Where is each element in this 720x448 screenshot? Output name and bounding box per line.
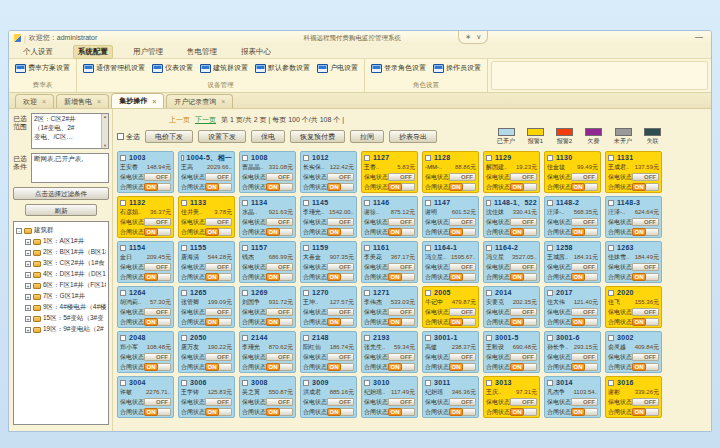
power-protect-status[interactable]: OFF bbox=[510, 398, 537, 406]
power-protect-status[interactable]: OFF bbox=[388, 398, 415, 406]
card-checkbox[interactable] bbox=[181, 245, 187, 251]
meter-card[interactable]: 3013 王庆.. 97.31元 保电状态 OFF 合闸状态 bbox=[483, 376, 540, 418]
meter-card[interactable]: 1145 李瑾光.. 1542.00.. 保电状态 OFF bbox=[300, 196, 357, 238]
scroll-down-icon[interactable] bbox=[103, 143, 107, 148]
card-checkbox[interactable] bbox=[608, 335, 614, 341]
power-protect-status[interactable]: OFF bbox=[632, 263, 659, 271]
switch-state-status[interactable]: ON bbox=[327, 228, 341, 236]
meter-card[interactable]: 1164-1 冯立星.. 1595.67.. 保电状态 OFF bbox=[422, 241, 479, 283]
collapse-icon[interactable] bbox=[16, 228, 22, 234]
document-tab[interactable]: 新增售电 bbox=[56, 94, 109, 108]
refresh-button[interactable]: 刷新 bbox=[25, 204, 97, 216]
meter-card[interactable]: 3002 俞灵越 409.84元 保电状态 OFF 合闸状态 bbox=[605, 331, 662, 373]
power-protect-status[interactable]: OFF bbox=[205, 353, 232, 361]
card-checkbox[interactable] bbox=[608, 245, 614, 251]
card-checkbox[interactable] bbox=[364, 245, 370, 251]
card-checkbox[interactable] bbox=[425, 155, 431, 161]
switch-state-status[interactable]: ON bbox=[571, 228, 585, 236]
tree-item[interactable]: 6区：F区1#井（F区1# bbox=[16, 280, 106, 291]
power-protect-status[interactable]: OFF bbox=[388, 173, 415, 181]
switch-state-status[interactable]: ON bbox=[449, 363, 463, 371]
card-checkbox[interactable] bbox=[608, 155, 614, 161]
switch-state-status[interactable]: ON bbox=[388, 363, 402, 371]
switch-state-status[interactable]: ON bbox=[571, 273, 585, 281]
card-checkbox[interactable] bbox=[181, 380, 187, 386]
power-protect-status[interactable]: OFF bbox=[571, 398, 598, 406]
ribbon-button[interactable]: 费率方案设置 bbox=[13, 62, 72, 74]
card-checkbox[interactable] bbox=[120, 290, 126, 296]
card-checkbox[interactable] bbox=[303, 200, 309, 206]
card-checkbox[interactable] bbox=[547, 200, 553, 206]
power-protect-status[interactable]: OFF bbox=[388, 263, 415, 271]
expand-icon[interactable] bbox=[25, 294, 31, 300]
document-tab[interactable]: 集抄操作 bbox=[111, 93, 164, 108]
expand-icon[interactable] bbox=[25, 305, 31, 311]
meter-card[interactable]: 1159 大喜金 907.35元 保电状态 OFF 合闸状态 bbox=[300, 241, 357, 283]
tree-item[interactable]: 2区：B区1#井（B区1# bbox=[16, 247, 106, 258]
card-checkbox[interactable] bbox=[120, 200, 126, 206]
ribbon-button[interactable]: 户电设置 bbox=[315, 62, 360, 74]
meter-card[interactable]: 2017 佳大伟 121.40元 保电状态 OFF 合闸状态 bbox=[544, 286, 601, 328]
meter-card[interactable]: 2193 张先生.. 59.34元 保电状态 OFF 合闸状 bbox=[361, 331, 418, 373]
expand-icon[interactable] bbox=[25, 239, 31, 245]
card-checkbox[interactable] bbox=[181, 335, 187, 341]
selected-range-listbox[interactable]: 2区：C区2#井 （1#变电、2# 变电、/C区… bbox=[31, 113, 109, 149]
card-checkbox[interactable] bbox=[547, 290, 553, 296]
power-protect-status[interactable]: OFF bbox=[632, 218, 659, 226]
meter-card[interactable]: 2144 李瑾光 870.62元 保电状态 OFF 合闸状态 bbox=[239, 331, 296, 373]
next-page-link[interactable]: 下一页 bbox=[195, 115, 216, 125]
switch-state-status[interactable]: ON bbox=[510, 228, 524, 236]
power-protect-status[interactable]: OFF bbox=[449, 173, 476, 181]
meter-card[interactable]: 1008 曹晶晶.. 331.08元 保电状态 OFF 合闸 bbox=[239, 151, 296, 193]
power-protect-status[interactable]: OFF bbox=[510, 308, 537, 316]
switch-state-status[interactable]: ON bbox=[205, 183, 219, 191]
switch-state-status[interactable]: ON bbox=[388, 228, 402, 236]
meter-card[interactable]: 1161 李美花 367.17元 保电状态 OFF 合闸状态 bbox=[361, 241, 418, 283]
switch-state-status[interactable]: ON bbox=[510, 183, 524, 191]
meter-card[interactable]: 3006 王学铸 125.83元 保电状态 OFF 合闸状态 bbox=[178, 376, 235, 418]
card-checkbox[interactable] bbox=[120, 155, 126, 161]
meter-card[interactable]: 1012 长实保.. 122.42元 保电状态 OFF 合闸 bbox=[300, 151, 357, 193]
power-protect-status[interactable]: OFF bbox=[510, 173, 537, 181]
ribbon-button[interactable]: 默认参数设置 bbox=[253, 62, 312, 74]
switch-state-status[interactable]: ON bbox=[571, 318, 585, 326]
meter-card[interactable]: 1263 佳妹雪.. 184.49元 保电状态 OFF 合闸 bbox=[605, 241, 662, 283]
tree-item[interactable]: 19区：9#变电站（2# bbox=[16, 324, 106, 335]
power-protect-status[interactable]: OFF bbox=[205, 308, 232, 316]
meter-card[interactable]: 1133 佳井美.. 3.78元 保电状态 OFF 合闸状态 bbox=[178, 196, 235, 238]
card-checkbox[interactable] bbox=[486, 290, 492, 296]
switch-state-status[interactable]: ON bbox=[510, 408, 524, 416]
switch-state-status[interactable]: ON bbox=[205, 363, 219, 371]
card-checkbox[interactable] bbox=[486, 200, 491, 206]
meter-card[interactable]: 1269 刘国争 931.72元 保电状态 OFF 合闸状态 bbox=[239, 286, 296, 328]
card-checkbox[interactable] bbox=[364, 200, 370, 206]
ribbon-button[interactable]: 登录角色设置 bbox=[369, 62, 428, 74]
power-protect-status[interactable]: OFF bbox=[632, 173, 659, 181]
card-checkbox[interactable] bbox=[242, 155, 248, 161]
card-checkbox[interactable] bbox=[303, 335, 309, 341]
meter-card[interactable]: 1148-1、522 沈佳妹 330.41元 保电状态 OFF bbox=[483, 196, 540, 238]
close-icon[interactable] bbox=[221, 98, 225, 105]
choose-filter-button[interactable]: 点击选择过滤条件 bbox=[13, 187, 109, 200]
power-protect-status[interactable]: OFF bbox=[266, 218, 293, 226]
ribbon-button[interactable]: 建筑群设置 bbox=[198, 62, 250, 74]
card-checkbox[interactable] bbox=[181, 200, 187, 206]
card-checkbox[interactable] bbox=[242, 290, 248, 296]
tree-root[interactable]: 建筑群 bbox=[16, 225, 106, 236]
meter-card[interactable]: 1004-5、相一 王高 2029.66.. 保电状态 OFF bbox=[178, 151, 235, 193]
power-protect-status[interactable]: OFF bbox=[144, 353, 171, 361]
power-protect-status[interactable]: OFF bbox=[144, 173, 171, 181]
card-checkbox[interactable] bbox=[303, 245, 309, 251]
meter-card[interactable]: 2005 牛记中 479.87元 保电状态 OFF 合闸状态 bbox=[422, 286, 479, 328]
switch-state-status[interactable]: ON bbox=[266, 318, 280, 326]
menu-item[interactable]: 个人设置 bbox=[19, 46, 57, 58]
card-checkbox[interactable] bbox=[364, 335, 370, 341]
switch-state-status[interactable]: ON bbox=[449, 273, 463, 281]
document-tab[interactable]: 开户记录查询 bbox=[166, 94, 233, 108]
card-checkbox[interactable] bbox=[364, 290, 370, 296]
tree-item[interactable]: 3区：C区2#井（1#食 bbox=[16, 258, 106, 269]
power-protect-status[interactable]: OFF bbox=[449, 353, 476, 361]
action-button[interactable]: 设置下发 bbox=[198, 130, 246, 143]
switch-state-status[interactable]: ON bbox=[144, 408, 158, 416]
card-checkbox[interactable] bbox=[120, 245, 126, 251]
